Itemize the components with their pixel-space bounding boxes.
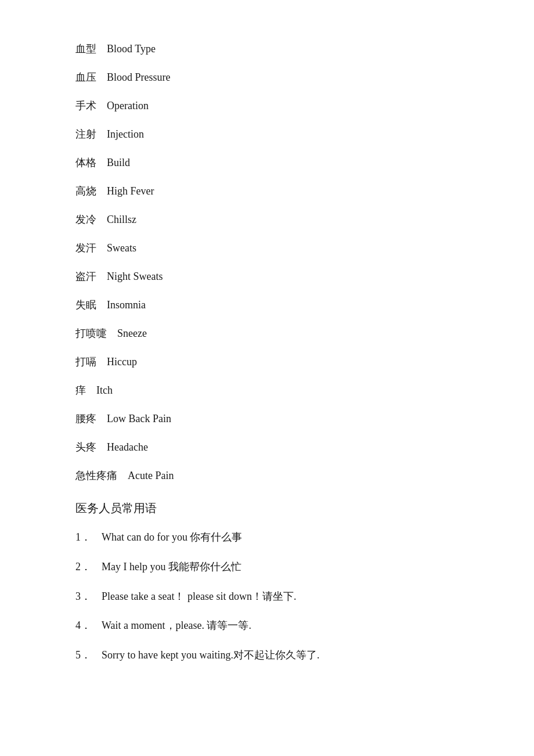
vocab-list: 血型 Blood Type血压 Blood Pressure手术 Operati…	[75, 35, 459, 670]
vocab-item: 手术 Operation	[75, 92, 459, 120]
phrase-item: 1． What can do for you 你有什么事	[75, 523, 459, 552]
phrase-item: 4． Wait a moment，please. 请等一等.	[75, 611, 459, 640]
section-heading: 医务人员常用语	[75, 490, 459, 523]
vocab-item: 头疼 Headache	[75, 433, 459, 462]
vocab-item: 血压 Blood Pressure	[75, 63, 459, 92]
vocab-item: 打嗝 Hiccup	[75, 348, 459, 376]
phrase-item: 2． May I help you 我能帮你什么忙	[75, 552, 459, 582]
vocab-item: 打喷嚏 Sneeze	[75, 319, 459, 348]
vocab-item: 盗汗 Night Sweats	[75, 262, 459, 291]
vocab-item: 急性疼痛 Acute Pain	[75, 462, 459, 490]
vocab-item: 发冷 Chillsz	[75, 206, 459, 234]
vocab-item: 腰疼 Low Back Pain	[75, 405, 459, 433]
vocab-item: 体格 Build	[75, 149, 459, 177]
phrase-item: 3． Please take a seat！ please sit down！请…	[75, 582, 459, 611]
vocab-item: 血型 Blood Type	[75, 35, 459, 63]
vocab-item: 注射 Injection	[75, 120, 459, 149]
phrase-item: 5． Sorry to have kept you waiting.对不起让你久…	[75, 640, 459, 670]
vocab-item: 发汗 Sweats	[75, 234, 459, 262]
vocab-item: 失眠 Insomnia	[75, 291, 459, 319]
vocab-item: 痒 Itch	[75, 376, 459, 405]
vocab-item: 高烧 High Fever	[75, 177, 459, 206]
